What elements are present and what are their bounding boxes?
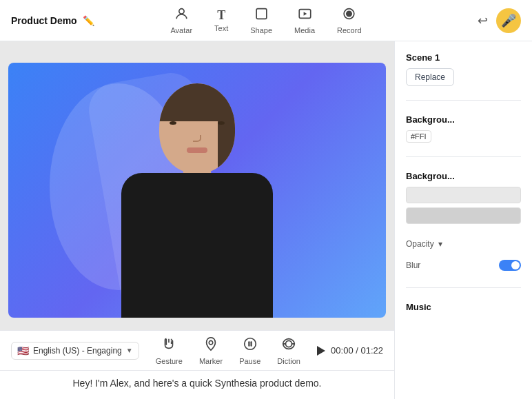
avatar-icon — [174, 6, 189, 23]
background-label-2: Backgrou... — [406, 171, 521, 181]
user-avatar[interactable]: 🎤 — [496, 8, 521, 33]
toolbar-shape-label: Shape — [250, 26, 272, 34]
divider-1 — [406, 100, 521, 101]
svg-point-0 — [179, 9, 184, 14]
music-label: Music — [406, 302, 521, 312]
person-eye-right — [218, 121, 225, 125]
subtitle-area: Hey! I'm Alex, and here's a quick Synthe… — [0, 370, 394, 399]
header-right: ↩ 🎤 — [478, 8, 521, 33]
person-face — [170, 121, 225, 153]
toolbar-text-label: Text — [214, 24, 228, 32]
person-eyes — [170, 121, 225, 125]
gesture-button[interactable]: Gesture — [156, 336, 183, 365]
scene-label: Scene 1 — [406, 52, 521, 63]
music-section: Music — [406, 302, 521, 318]
main-content: 🇺🇸 English (US) - Engaging ▼ Gesture — [0, 41, 532, 399]
blur-toggle[interactable] — [499, 260, 521, 271]
header: Product Demo ✏️ Avatar T Text Shape — [0, 0, 532, 41]
video-frame[interactable] — [8, 63, 386, 318]
toolbar-shape[interactable]: Shape — [250, 6, 272, 34]
toolbar-record-label: Record — [337, 26, 361, 34]
blur-row: Blur — [406, 260, 521, 271]
bg-swatch-1[interactable] — [406, 187, 521, 203]
diction-icon — [281, 336, 296, 355]
background-section-2: Backgrou... — [406, 171, 521, 228]
playback-toolbar: Gesture Marker — [150, 336, 306, 365]
background-section: Backgrou... #FFI — [406, 114, 521, 143]
svg-point-3 — [347, 11, 351, 16]
right-panel: Scene 1 Replace Backgrou... #FFI Backgro… — [394, 41, 532, 399]
gesture-label: Gesture — [156, 357, 183, 365]
pause-icon — [243, 336, 258, 355]
toolbar-text[interactable]: T Text — [214, 9, 228, 32]
scene-section: Scene 1 Replace — [406, 52, 521, 86]
person-head — [159, 83, 235, 173]
time-display: 00:00 / 01:22 — [331, 345, 383, 356]
edit-icon[interactable]: ✏️ — [83, 15, 94, 26]
play-triangle-icon — [317, 346, 325, 356]
record-icon — [342, 6, 357, 23]
divider-3 — [406, 287, 521, 288]
language-label: English (US) - Engaging — [33, 346, 122, 356]
flag-icon: 🇺🇸 — [17, 345, 29, 356]
pause-label: Pause — [239, 357, 260, 365]
bottom-controls: 🇺🇸 English (US) - Engaging ▼ Gesture — [0, 330, 394, 370]
person-body — [121, 173, 273, 318]
undo-button[interactable]: ↩ — [478, 13, 488, 28]
svg-rect-1 — [256, 9, 267, 19]
bg-swatch-2[interactable] — [406, 207, 521, 224]
avatar-person — [80, 63, 314, 318]
play-button[interactable] — [317, 346, 325, 356]
video-preview — [0, 41, 394, 330]
toolbar-avatar-label: Avatar — [170, 26, 192, 34]
chevron-down-icon: ▼ — [126, 347, 133, 354]
background-label: Backgrou... — [406, 114, 521, 125]
project-title: Product Demo — [11, 15, 77, 26]
subtitle-text: Hey! I'm Alex, and here's a quick Synthe… — [14, 378, 380, 389]
svg-point-5 — [209, 340, 213, 345]
svg-rect-8 — [250, 341, 252, 346]
opacity-row: Opacity ▾ — [406, 239, 521, 249]
language-selector[interactable]: 🇺🇸 English (US) - Engaging ▼ — [11, 342, 139, 360]
toolbar-media[interactable]: Media — [294, 6, 315, 34]
gesture-icon — [161, 336, 176, 355]
svg-rect-7 — [248, 341, 249, 346]
shape-icon — [254, 6, 269, 23]
color-row: #FFI — [406, 130, 521, 143]
person-nose — [193, 135, 201, 142]
marker-icon — [203, 336, 218, 355]
chevron-icon: ▾ — [438, 239, 442, 249]
replace-button[interactable]: Replace — [406, 68, 454, 86]
opacity-label: Opacity — [406, 239, 434, 249]
divider-2 — [406, 156, 521, 157]
marker-button[interactable]: Marker — [199, 336, 223, 365]
diction-button[interactable]: Diction — [277, 336, 300, 365]
toolbar: Avatar T Text Shape Media — [170, 6, 361, 34]
pause-button[interactable]: Pause — [239, 336, 260, 365]
canvas-area: 🇺🇸 English (US) - Engaging ▼ Gesture — [0, 41, 394, 399]
toolbar-media-label: Media — [294, 26, 315, 34]
svg-point-6 — [244, 338, 256, 349]
diction-label: Diction — [277, 357, 300, 365]
marker-label: Marker — [199, 357, 223, 365]
play-controls: 00:00 / 01:22 — [317, 345, 383, 356]
color-hex-value[interactable]: #FFI — [406, 130, 431, 143]
text-icon: T — [217, 9, 225, 21]
person-figure — [94, 70, 300, 318]
person-eye-left — [170, 121, 176, 125]
person-lips — [187, 147, 207, 153]
toolbar-record[interactable]: Record — [337, 6, 361, 34]
toolbar-avatar[interactable]: Avatar — [170, 6, 192, 34]
blur-label: Blur — [406, 260, 420, 270]
media-icon — [297, 6, 312, 23]
header-left: Product Demo ✏️ — [11, 15, 94, 26]
